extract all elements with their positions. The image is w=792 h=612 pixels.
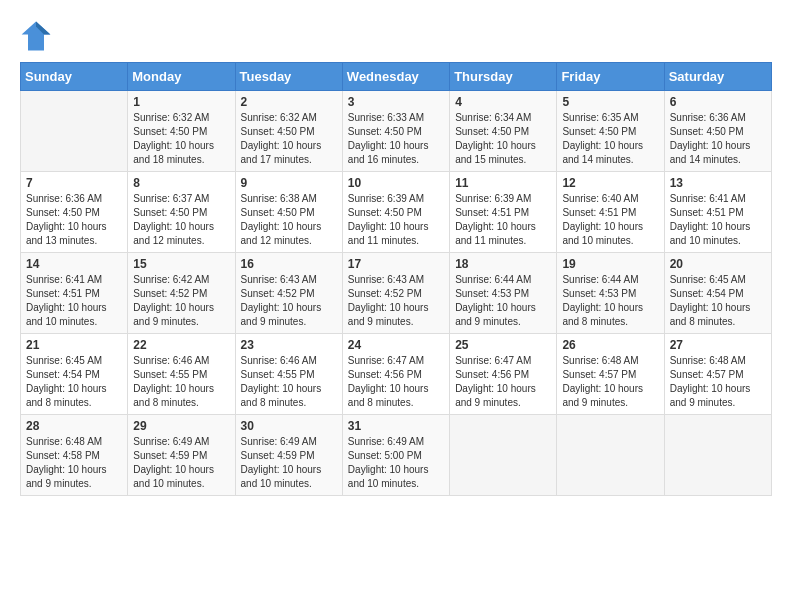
day-number: 16 — [241, 257, 337, 271]
day-cell: 4Sunrise: 6:34 AM Sunset: 4:50 PM Daylig… — [450, 91, 557, 172]
day-number: 8 — [133, 176, 229, 190]
day-number: 11 — [455, 176, 551, 190]
week-row-1: 1Sunrise: 6:32 AM Sunset: 4:50 PM Daylig… — [21, 91, 772, 172]
day-cell — [21, 91, 128, 172]
day-number: 5 — [562, 95, 658, 109]
day-info: Sunrise: 6:48 AM Sunset: 4:57 PM Dayligh… — [562, 354, 658, 410]
day-cell: 31Sunrise: 6:49 AM Sunset: 5:00 PM Dayli… — [342, 415, 449, 496]
day-info: Sunrise: 6:39 AM Sunset: 4:51 PM Dayligh… — [455, 192, 551, 248]
calendar-table: SundayMondayTuesdayWednesdayThursdayFrid… — [20, 62, 772, 496]
column-header-tuesday: Tuesday — [235, 63, 342, 91]
day-cell: 9Sunrise: 6:38 AM Sunset: 4:50 PM Daylig… — [235, 172, 342, 253]
day-cell: 17Sunrise: 6:43 AM Sunset: 4:52 PM Dayli… — [342, 253, 449, 334]
day-number: 1 — [133, 95, 229, 109]
day-number: 13 — [670, 176, 766, 190]
day-cell — [557, 415, 664, 496]
day-cell — [450, 415, 557, 496]
day-info: Sunrise: 6:41 AM Sunset: 4:51 PM Dayligh… — [670, 192, 766, 248]
day-number: 31 — [348, 419, 444, 433]
day-cell: 14Sunrise: 6:41 AM Sunset: 4:51 PM Dayli… — [21, 253, 128, 334]
day-cell: 24Sunrise: 6:47 AM Sunset: 4:56 PM Dayli… — [342, 334, 449, 415]
column-header-sunday: Sunday — [21, 63, 128, 91]
day-info: Sunrise: 6:43 AM Sunset: 4:52 PM Dayligh… — [241, 273, 337, 329]
day-cell: 6Sunrise: 6:36 AM Sunset: 4:50 PM Daylig… — [664, 91, 771, 172]
day-cell — [664, 415, 771, 496]
day-info: Sunrise: 6:33 AM Sunset: 4:50 PM Dayligh… — [348, 111, 444, 167]
day-cell: 1Sunrise: 6:32 AM Sunset: 4:50 PM Daylig… — [128, 91, 235, 172]
day-info: Sunrise: 6:49 AM Sunset: 5:00 PM Dayligh… — [348, 435, 444, 491]
column-header-thursday: Thursday — [450, 63, 557, 91]
column-header-wednesday: Wednesday — [342, 63, 449, 91]
day-info: Sunrise: 6:46 AM Sunset: 4:55 PM Dayligh… — [241, 354, 337, 410]
day-cell: 12Sunrise: 6:40 AM Sunset: 4:51 PM Dayli… — [557, 172, 664, 253]
day-info: Sunrise: 6:43 AM Sunset: 4:52 PM Dayligh… — [348, 273, 444, 329]
day-cell: 18Sunrise: 6:44 AM Sunset: 4:53 PM Dayli… — [450, 253, 557, 334]
day-cell: 30Sunrise: 6:49 AM Sunset: 4:59 PM Dayli… — [235, 415, 342, 496]
day-info: Sunrise: 6:44 AM Sunset: 4:53 PM Dayligh… — [455, 273, 551, 329]
day-info: Sunrise: 6:36 AM Sunset: 4:50 PM Dayligh… — [670, 111, 766, 167]
day-cell: 22Sunrise: 6:46 AM Sunset: 4:55 PM Dayli… — [128, 334, 235, 415]
logo — [20, 20, 56, 52]
day-cell: 27Sunrise: 6:48 AM Sunset: 4:57 PM Dayli… — [664, 334, 771, 415]
day-cell: 16Sunrise: 6:43 AM Sunset: 4:52 PM Dayli… — [235, 253, 342, 334]
day-cell: 21Sunrise: 6:45 AM Sunset: 4:54 PM Dayli… — [21, 334, 128, 415]
day-info: Sunrise: 6:42 AM Sunset: 4:52 PM Dayligh… — [133, 273, 229, 329]
day-number: 25 — [455, 338, 551, 352]
day-number: 15 — [133, 257, 229, 271]
calendar-header-row: SundayMondayTuesdayWednesdayThursdayFrid… — [21, 63, 772, 91]
day-info: Sunrise: 6:40 AM Sunset: 4:51 PM Dayligh… — [562, 192, 658, 248]
day-number: 21 — [26, 338, 122, 352]
day-number: 22 — [133, 338, 229, 352]
day-cell: 25Sunrise: 6:47 AM Sunset: 4:56 PM Dayli… — [450, 334, 557, 415]
day-number: 30 — [241, 419, 337, 433]
column-header-saturday: Saturday — [664, 63, 771, 91]
day-cell: 15Sunrise: 6:42 AM Sunset: 4:52 PM Dayli… — [128, 253, 235, 334]
day-info: Sunrise: 6:32 AM Sunset: 4:50 PM Dayligh… — [241, 111, 337, 167]
day-number: 7 — [26, 176, 122, 190]
day-cell: 3Sunrise: 6:33 AM Sunset: 4:50 PM Daylig… — [342, 91, 449, 172]
day-cell: 2Sunrise: 6:32 AM Sunset: 4:50 PM Daylig… — [235, 91, 342, 172]
day-number: 6 — [670, 95, 766, 109]
day-info: Sunrise: 6:48 AM Sunset: 4:58 PM Dayligh… — [26, 435, 122, 491]
week-row-4: 21Sunrise: 6:45 AM Sunset: 4:54 PM Dayli… — [21, 334, 772, 415]
day-number: 24 — [348, 338, 444, 352]
page-header — [20, 20, 772, 52]
day-cell: 23Sunrise: 6:46 AM Sunset: 4:55 PM Dayli… — [235, 334, 342, 415]
day-cell: 13Sunrise: 6:41 AM Sunset: 4:51 PM Dayli… — [664, 172, 771, 253]
day-number: 18 — [455, 257, 551, 271]
day-info: Sunrise: 6:35 AM Sunset: 4:50 PM Dayligh… — [562, 111, 658, 167]
day-cell: 10Sunrise: 6:39 AM Sunset: 4:50 PM Dayli… — [342, 172, 449, 253]
day-cell: 8Sunrise: 6:37 AM Sunset: 4:50 PM Daylig… — [128, 172, 235, 253]
day-cell: 19Sunrise: 6:44 AM Sunset: 4:53 PM Dayli… — [557, 253, 664, 334]
day-info: Sunrise: 6:32 AM Sunset: 4:50 PM Dayligh… — [133, 111, 229, 167]
day-info: Sunrise: 6:48 AM Sunset: 4:57 PM Dayligh… — [670, 354, 766, 410]
day-cell: 28Sunrise: 6:48 AM Sunset: 4:58 PM Dayli… — [21, 415, 128, 496]
week-row-3: 14Sunrise: 6:41 AM Sunset: 4:51 PM Dayli… — [21, 253, 772, 334]
day-number: 29 — [133, 419, 229, 433]
column-header-friday: Friday — [557, 63, 664, 91]
logo-icon — [20, 20, 52, 52]
day-cell: 7Sunrise: 6:36 AM Sunset: 4:50 PM Daylig… — [21, 172, 128, 253]
day-number: 3 — [348, 95, 444, 109]
day-cell: 20Sunrise: 6:45 AM Sunset: 4:54 PM Dayli… — [664, 253, 771, 334]
day-info: Sunrise: 6:38 AM Sunset: 4:50 PM Dayligh… — [241, 192, 337, 248]
day-cell: 11Sunrise: 6:39 AM Sunset: 4:51 PM Dayli… — [450, 172, 557, 253]
week-row-2: 7Sunrise: 6:36 AM Sunset: 4:50 PM Daylig… — [21, 172, 772, 253]
day-number: 17 — [348, 257, 444, 271]
day-info: Sunrise: 6:44 AM Sunset: 4:53 PM Dayligh… — [562, 273, 658, 329]
day-number: 19 — [562, 257, 658, 271]
day-number: 27 — [670, 338, 766, 352]
day-number: 9 — [241, 176, 337, 190]
day-number: 26 — [562, 338, 658, 352]
week-row-5: 28Sunrise: 6:48 AM Sunset: 4:58 PM Dayli… — [21, 415, 772, 496]
day-info: Sunrise: 6:36 AM Sunset: 4:50 PM Dayligh… — [26, 192, 122, 248]
day-number: 10 — [348, 176, 444, 190]
day-number: 14 — [26, 257, 122, 271]
day-cell: 29Sunrise: 6:49 AM Sunset: 4:59 PM Dayli… — [128, 415, 235, 496]
day-number: 2 — [241, 95, 337, 109]
day-info: Sunrise: 6:45 AM Sunset: 4:54 PM Dayligh… — [670, 273, 766, 329]
day-number: 28 — [26, 419, 122, 433]
day-info: Sunrise: 6:41 AM Sunset: 4:51 PM Dayligh… — [26, 273, 122, 329]
day-info: Sunrise: 6:45 AM Sunset: 4:54 PM Dayligh… — [26, 354, 122, 410]
day-info: Sunrise: 6:47 AM Sunset: 4:56 PM Dayligh… — [455, 354, 551, 410]
